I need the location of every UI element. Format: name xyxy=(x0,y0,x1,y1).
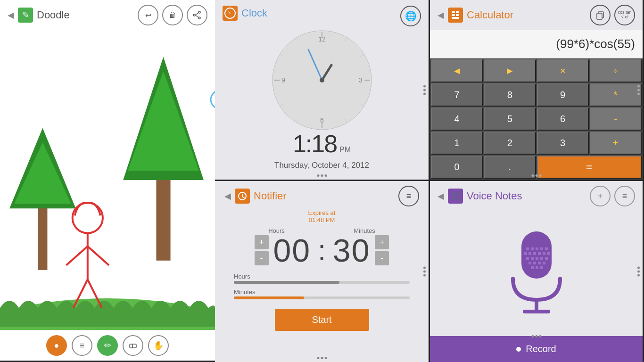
svg-rect-20 xyxy=(452,11,455,13)
svg-rect-82 xyxy=(540,266,543,269)
start-button[interactable]: Start xyxy=(275,309,369,331)
doodle-share-button[interactable] xyxy=(187,5,207,25)
minutes-controls: + - xyxy=(375,235,389,265)
notifier-back-button[interactable]: ◀ xyxy=(224,191,231,201)
svg-rect-64 xyxy=(545,247,548,250)
svg-point-27 xyxy=(198,11,200,13)
record-button[interactable]: Record xyxy=(430,336,643,362)
calc-key-0[interactable]: 0 xyxy=(431,156,483,179)
svg-rect-71 xyxy=(526,257,529,260)
calc-key-9[interactable]: 9 xyxy=(537,83,589,107)
calc-key-multiply[interactable]: * xyxy=(590,83,642,107)
svg-rect-70 xyxy=(547,252,550,255)
calc-key-4[interactable]: 4 xyxy=(431,107,483,131)
svg-line-31 xyxy=(195,15,198,17)
hours-decrement-button[interactable]: - xyxy=(255,251,269,265)
svg-rect-81 xyxy=(536,266,538,269)
resize-dots-bottom xyxy=(317,174,327,177)
tool-pen-button[interactable]: ✏ xyxy=(97,335,118,356)
voice-menu-button[interactable]: ≡ xyxy=(614,186,635,206)
svg-rect-72 xyxy=(531,257,534,260)
svg-point-28 xyxy=(198,17,200,19)
calc-app-icon xyxy=(448,8,463,23)
svg-rect-73 xyxy=(536,257,538,260)
clock-time: 1:18 xyxy=(293,130,337,158)
hours-display: 00 xyxy=(273,234,311,266)
minutes-decrement-button[interactable]: - xyxy=(375,251,389,265)
calc-key-3[interactable]: 3 xyxy=(537,132,589,155)
tool-hand-button[interactable]: ✋ xyxy=(148,335,169,356)
doodle-canvas[interactable] xyxy=(0,30,215,330)
calc-key-6[interactable]: 6 xyxy=(537,107,589,131)
notifier-panel: ◀ Notifier ≡ Expires at 01:48 PM Hours M… xyxy=(215,181,430,362)
calc-key-2[interactable]: 2 xyxy=(484,132,536,155)
clock-svg: 12 3 6 9 xyxy=(270,28,374,132)
record-label: Record xyxy=(526,344,556,354)
doodle-panel: ◀ ✎ Doodle ↩ 🗑 xyxy=(0,0,215,362)
calc-key-right[interactable]: ► xyxy=(484,59,536,82)
svg-rect-76 xyxy=(528,262,531,264)
tool-eraser-button[interactable] xyxy=(123,335,143,356)
svg-rect-21 xyxy=(456,11,459,13)
calc-key-decimal[interactable]: . xyxy=(484,156,536,179)
voice-header: ◀ 🎵 Voice Notes + ≡ xyxy=(430,181,643,211)
voice-app-icon: 🎵 xyxy=(448,189,463,204)
calc-key-left[interactable]: ◄ xyxy=(431,59,483,82)
calc-key-8[interactable]: 8 xyxy=(484,83,536,107)
clock-digital: 1:18 PM xyxy=(293,130,351,158)
notifier-menu-button[interactable]: ≡ xyxy=(398,186,419,206)
minutes-slider-label: Minutes xyxy=(234,288,410,296)
clock-header: Clock xyxy=(223,6,267,21)
clock-ampm: PM xyxy=(339,146,351,154)
voice-add-button[interactable]: + xyxy=(590,186,611,206)
tool-brush-button[interactable]: ● xyxy=(46,335,67,356)
calc-back-button[interactable]: ◀ xyxy=(438,10,444,20)
svg-rect-63 xyxy=(540,247,543,250)
voice-header-left: ◀ 🎵 Voice Notes xyxy=(438,189,522,204)
clock-panel: Clock 🌐 12 3 6 9 xyxy=(215,0,430,181)
doodle-undo-button[interactable]: ↩ xyxy=(138,5,158,25)
resize-dots-right xyxy=(423,85,426,95)
calc-display[interactable]: (99*6)*cos(55) xyxy=(430,30,643,58)
svg-rect-67 xyxy=(533,252,536,255)
voice-resize-dots-right xyxy=(637,267,640,277)
hours-increment-button[interactable]: + xyxy=(255,235,269,249)
minutes-slider-fill xyxy=(234,296,304,299)
tool-lines-button[interactable]: ≡ xyxy=(72,335,92,356)
timer-row: + - 00 : 30 + - xyxy=(224,234,419,266)
notifier-resize-dots xyxy=(317,357,327,359)
calculator-panel: ◀ Calculator cos tan√ x² (99*6)*cos(55) … xyxy=(430,0,644,181)
doodle-app-icon: ✎ xyxy=(18,8,33,23)
voice-back-button[interactable]: ◀ xyxy=(438,191,444,201)
calc-keypad: ◄ ► ✕ ÷ 7 8 9 * 4 5 6 - 1 2 3 + 0 . = xyxy=(430,58,643,180)
calc-trig-button[interactable]: cos tan√ x² xyxy=(614,5,635,25)
svg-rect-68 xyxy=(538,252,541,255)
doodle-back-button[interactable]: ◀ xyxy=(8,10,14,20)
doodle-title: Doodle xyxy=(37,9,70,21)
calc-key-divide[interactable]: ÷ xyxy=(590,59,642,82)
calc-key-equals[interactable]: = xyxy=(537,156,642,179)
svg-line-57 xyxy=(242,197,244,198)
calc-key-backspace[interactable]: ✕ xyxy=(537,59,589,82)
svg-rect-75 xyxy=(545,257,548,260)
minutes-slider[interactable] xyxy=(234,296,410,299)
svg-rect-79 xyxy=(543,262,545,264)
clock-title: Clock xyxy=(241,7,267,19)
calc-title: Calculator xyxy=(467,9,513,21)
calc-resize-dots xyxy=(531,174,541,177)
calc-key-7[interactable]: 7 xyxy=(431,83,483,107)
hours-slider[interactable] xyxy=(234,281,410,284)
hours-slider-label: Hours xyxy=(234,273,410,280)
calc-copy-button[interactable] xyxy=(590,5,611,25)
calc-key-1[interactable]: 1 xyxy=(431,132,483,155)
calc-key-subtract[interactable]: - xyxy=(590,107,642,131)
calc-key-add[interactable]: + xyxy=(590,132,642,155)
doodle-trash-button[interactable]: 🗑 xyxy=(162,5,183,25)
calc-key-5[interactable]: 5 xyxy=(484,107,536,131)
expires-text: Expires at 01:48 PM xyxy=(308,209,336,223)
notifier-header: ◀ Notifier ≡ xyxy=(224,186,419,206)
svg-rect-23 xyxy=(456,14,459,16)
minutes-increment-button[interactable]: + xyxy=(375,235,389,249)
svg-rect-65 xyxy=(524,252,527,255)
globe-button[interactable]: 🌐 xyxy=(400,6,421,26)
